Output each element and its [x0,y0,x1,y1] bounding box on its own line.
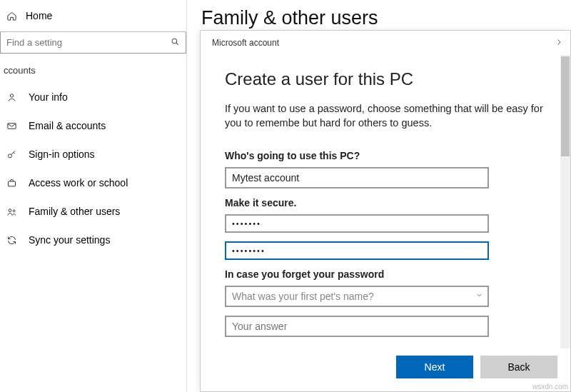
dialog-body: Create a user for this PC If you want to… [201,55,560,348]
mail-icon [4,121,19,131]
home-icon [4,11,19,21]
sidebar-item-email-accounts[interactable]: Email & accounts [0,111,186,140]
sidebar-item-label: Family & other users [29,206,120,217]
back-button[interactable]: Back [480,356,557,378]
dialog-header-title: Microsoft account [212,38,279,48]
sidebar-section-label: ccounts [0,54,186,83]
sidebar-item-label: Sync your settings [29,234,110,246]
search-input[interactable] [1,32,186,53]
field-label-who: Who's going to use this PC? [225,150,560,161]
search-icon [171,37,180,49]
field-label-secure: Make it secure. [225,197,560,208]
sidebar-item-label: Sign-in options [29,149,95,160]
svg-point-7 [13,209,15,211]
sidebar-item-family-other-users[interactable]: Family & other users [0,197,186,226]
field-label-forget: In case you forget your password [225,268,560,280]
dialog-scrollbar[interactable] [560,55,570,348]
close-icon[interactable] [555,36,563,49]
sidebar-item-your-info[interactable]: Your info [0,83,186,111]
username-input[interactable] [225,167,489,189]
family-icon [4,206,19,217]
dialog-header: Microsoft account [201,31,570,55]
dialog-body-wrap: Create a user for this PC If you want to… [201,55,570,348]
svg-line-1 [176,42,178,44]
svg-rect-5 [8,181,15,186]
sidebar-item-label: Access work or school [29,177,128,189]
svg-point-2 [10,94,13,96]
scrollbar-thumb[interactable] [561,56,570,156]
user-icon [4,92,19,103]
sidebar-item-sign-in-options[interactable]: Sign-in options [0,140,186,169]
home-label: Home [26,10,52,21]
sidebar-item-label: Email & accounts [29,120,106,131]
briefcase-icon [4,178,19,189]
next-button[interactable]: Next [396,356,473,378]
home-nav[interactable]: Home [0,0,186,31]
sidebar: Home ccounts Your info Email & accounts [0,0,187,392]
password-confirm-input[interactable]: •••••••• [225,241,489,260]
sidebar-item-label: Your info [29,91,68,103]
svg-point-6 [9,208,11,211]
key-icon [4,149,19,160]
security-question-value: What was your first pet's name? [225,286,489,307]
security-answer-input[interactable] [225,316,489,337]
search-field[interactable] [0,31,186,54]
svg-point-0 [172,39,177,44]
sidebar-item-access-work-school[interactable]: Access work or school [0,169,186,197]
dialog-intro: If you want to use a password, choose so… [225,102,560,130]
svg-rect-3 [7,123,15,129]
create-user-dialog: Microsoft account Create a user for this… [200,30,571,392]
dialog-footer: Next Back [201,348,570,391]
security-question-select[interactable]: What was your first pet's name? [225,286,489,307]
password-input[interactable]: ••••••• [225,214,489,233]
sidebar-item-sync-settings[interactable]: Sync your settings [0,226,186,254]
dialog-title: Create a user for this PC [225,69,560,89]
page-title: Family & other users [201,7,571,29]
sync-icon [4,235,19,246]
svg-point-4 [8,154,11,157]
watermark: wsxdn.com [532,383,568,391]
